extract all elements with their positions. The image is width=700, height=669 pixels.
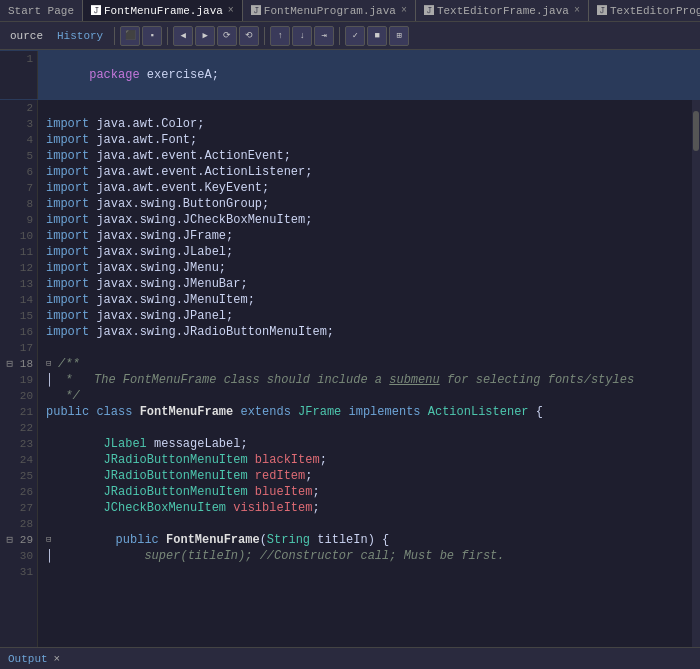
kw-import-14: import bbox=[46, 292, 89, 308]
code-line-29: ⊟ public FontMenuFrame(String titleIn) { bbox=[46, 532, 684, 548]
code-line-5: import java.awt.event.ActionEvent; bbox=[46, 148, 684, 164]
toolbar-btn-8[interactable]: ↓ bbox=[292, 26, 312, 46]
field-24 bbox=[248, 452, 255, 468]
tab-close-icon[interactable]: × bbox=[401, 5, 407, 16]
code-line-26: JRadioButtonMenuItem blueItem; bbox=[46, 484, 684, 500]
code-line-2 bbox=[46, 100, 684, 116]
status-close-icon[interactable]: × bbox=[54, 653, 61, 665]
toolbar-btn-9[interactable]: ⇥ bbox=[314, 26, 334, 46]
code-body: 2 3 4 5 6 7 8 9 10 11 12 13 14 15 16 17 … bbox=[0, 100, 700, 647]
ln-7: 7 bbox=[4, 180, 33, 196]
kw-import-13: import bbox=[46, 276, 89, 292]
toolbar-btn-4[interactable]: ▶ bbox=[195, 26, 215, 46]
import-path-15: javax.swing.JPanel; bbox=[89, 308, 233, 324]
tab-bar: Start Page 🅹 FontMenuFrame.java × 🅹 Font… bbox=[0, 0, 700, 22]
normal-21g: { bbox=[529, 404, 543, 420]
keyword-package: package bbox=[89, 68, 139, 82]
tab-text-editor-frame[interactable]: 🅹 TextEditorFrame.java × bbox=[416, 0, 589, 22]
ln-9: 9 bbox=[4, 212, 33, 228]
tab-close-icon[interactable]: × bbox=[228, 5, 234, 16]
kw-import-11: import bbox=[46, 244, 89, 260]
semi-26: ; bbox=[312, 484, 319, 500]
method-name-29: FontMenuFrame bbox=[166, 532, 260, 548]
line-numbers: 2 3 4 5 6 7 8 9 10 11 12 13 14 15 16 17 … bbox=[0, 100, 38, 647]
ln-3: 3 bbox=[4, 116, 33, 132]
ln-15: 15 bbox=[4, 308, 33, 324]
comment-open: /** bbox=[58, 356, 80, 372]
java-file-icon: 🅹 bbox=[91, 5, 101, 17]
import-path-7: java.awt.event.KeyEvent; bbox=[89, 180, 269, 196]
normal-21c bbox=[233, 404, 240, 420]
type-jradio-24: JRadioButtonMenuItem bbox=[104, 452, 248, 468]
indent-27 bbox=[46, 500, 104, 516]
code-line-22 bbox=[46, 420, 684, 436]
scrollbar-thumb[interactable] bbox=[693, 111, 699, 151]
ln-16: 16 bbox=[4, 324, 33, 340]
tab-label: TextEditorFrame.java bbox=[437, 5, 569, 17]
code-content[interactable]: import java.awt.Color; import java.awt.F… bbox=[38, 100, 692, 647]
code-line-31 bbox=[46, 564, 684, 580]
comment-class-ref: FontMenuFrame bbox=[123, 372, 217, 388]
classname-21: FontMenuFrame bbox=[140, 404, 234, 420]
code-line-28 bbox=[46, 516, 684, 532]
ln-19: 19 bbox=[4, 372, 33, 388]
vertical-scrollbar[interactable] bbox=[692, 100, 700, 647]
kw-import-8: import bbox=[46, 196, 89, 212]
ln-27: 27 bbox=[4, 500, 33, 516]
toolbar-btn-12[interactable]: ⊞ bbox=[389, 26, 409, 46]
toolbar-btn-11[interactable]: ■ bbox=[367, 26, 387, 46]
toolbar-btn-7[interactable]: ↑ bbox=[270, 26, 290, 46]
import-path-10: javax.swing.JFrame; bbox=[89, 228, 233, 244]
kw-extends-21: extends bbox=[240, 404, 290, 420]
fieldname-24: blackItem bbox=[255, 452, 320, 468]
toolbar-btn-2[interactable]: ▪ bbox=[142, 26, 162, 46]
ln-18: ⊟ 18 bbox=[4, 356, 33, 372]
indent-23 bbox=[46, 436, 104, 452]
comment-close: */ bbox=[58, 388, 80, 404]
code-line-20: */ bbox=[46, 388, 684, 404]
type-jradio-25: JRadioButtonMenuItem bbox=[104, 468, 248, 484]
super-call-30: super(titleIn); //Constructor call; Must… bbox=[144, 548, 504, 564]
status-bar: Output × bbox=[0, 647, 700, 669]
tab-close-icon[interactable]: × bbox=[574, 5, 580, 16]
code-line-6: import java.awt.event.ActionListener; bbox=[46, 164, 684, 180]
code-line-3: import java.awt.Color; bbox=[46, 116, 684, 132]
semi-24: ; bbox=[320, 452, 327, 468]
toolbar-separator-2 bbox=[167, 27, 168, 45]
tab-text-editor-program[interactable]: 🅹 TextEditorProgram.java × bbox=[589, 0, 700, 22]
java-file-icon: 🅹 bbox=[597, 5, 607, 17]
code-line-19: │ * The FontMenuFrame class should inclu… bbox=[46, 372, 684, 388]
toolbar-btn-6[interactable]: ⟲ bbox=[239, 26, 259, 46]
tab-label: FontMenuFrame.java bbox=[104, 5, 223, 17]
kw-import-5: import bbox=[46, 148, 89, 164]
code-line-24: JRadioButtonMenuItem blackItem; bbox=[46, 452, 684, 468]
comment-asterisk: * The bbox=[58, 372, 123, 388]
line-number-1: 1 bbox=[26, 53, 33, 65]
fold-icon-29[interactable]: ⊟ bbox=[46, 532, 58, 548]
output-label[interactable]: Output bbox=[8, 653, 48, 665]
kw-import-15: import bbox=[46, 308, 89, 324]
fieldname-27: visibleItem bbox=[233, 500, 312, 516]
space-29 bbox=[159, 532, 166, 548]
toolbar-btn-3[interactable]: ◀ bbox=[173, 26, 193, 46]
ln-25: 25 bbox=[4, 468, 33, 484]
toolbar-btn-5[interactable]: ⟳ bbox=[217, 26, 237, 46]
ln-23: 23 bbox=[4, 436, 33, 452]
normal-21a bbox=[89, 404, 96, 420]
import-path-12: javax.swing.JMenu; bbox=[89, 260, 226, 276]
kw-public-29: public bbox=[116, 532, 159, 548]
toolbar-btn-1[interactable]: ⬛ bbox=[120, 26, 140, 46]
params-29: ( bbox=[260, 532, 267, 548]
tab-font-menu-frame[interactable]: 🅹 FontMenuFrame.java × bbox=[83, 0, 243, 22]
ln-29: ⊟ 29 bbox=[4, 532, 33, 548]
type-actionlistener-21: ActionListener bbox=[428, 404, 529, 420]
kw-import-9: import bbox=[46, 212, 89, 228]
toolbar-btn-10[interactable]: ✓ bbox=[345, 26, 365, 46]
fold-icon-18[interactable]: ⊟ bbox=[46, 356, 58, 372]
tab-start-page[interactable]: Start Page bbox=[0, 0, 83, 22]
import-path-14: javax.swing.JMenuItem; bbox=[89, 292, 255, 308]
code-line-14: import javax.swing.JMenuItem; bbox=[46, 292, 684, 308]
history-label[interactable]: History bbox=[51, 30, 109, 42]
tab-font-menu-program[interactable]: 🅹 FontMenuProgram.java × bbox=[243, 0, 416, 22]
kw-import-7: import bbox=[46, 180, 89, 196]
